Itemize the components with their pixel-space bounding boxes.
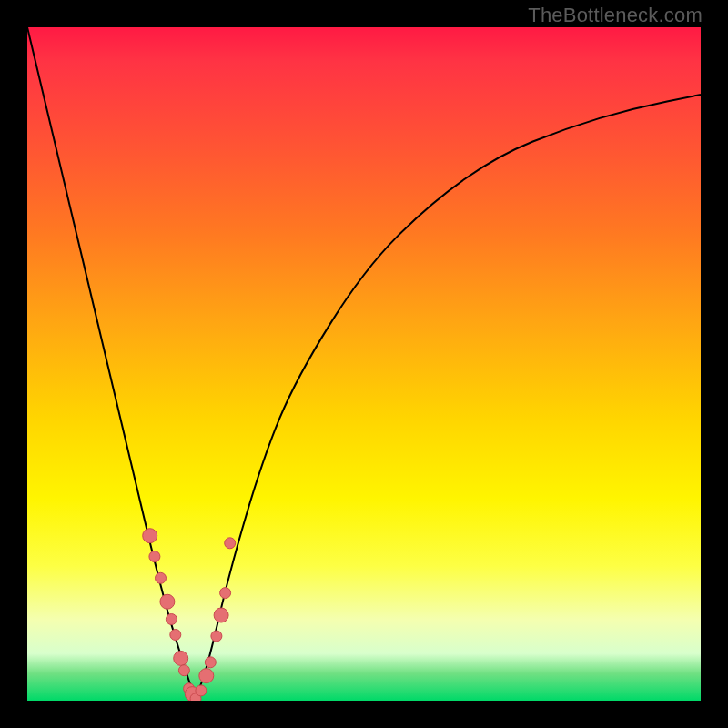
data-marker: [214, 608, 228, 622]
watermark-text: TheBottleneck.com: [528, 4, 703, 27]
data-marker: [156, 572, 167, 583]
bottleneck-curve: [27, 27, 701, 691]
data-marker: [160, 594, 175, 609]
data-marker: [225, 538, 236, 549]
markers-group: [143, 529, 236, 701]
data-marker: [174, 651, 188, 665]
data-marker: [196, 685, 207, 696]
data-marker: [166, 614, 177, 625]
plot-area: [27, 27, 701, 701]
data-marker: [143, 529, 157, 543]
data-marker: [149, 551, 160, 562]
curve-layer: [27, 27, 701, 701]
data-marker: [211, 631, 222, 642]
data-marker: [178, 665, 189, 676]
chart-container: TheBottleneck.com: [0, 0, 728, 728]
data-marker: [199, 669, 214, 683]
data-marker: [205, 657, 216, 668]
data-marker: [170, 630, 181, 641]
data-marker: [220, 588, 231, 599]
